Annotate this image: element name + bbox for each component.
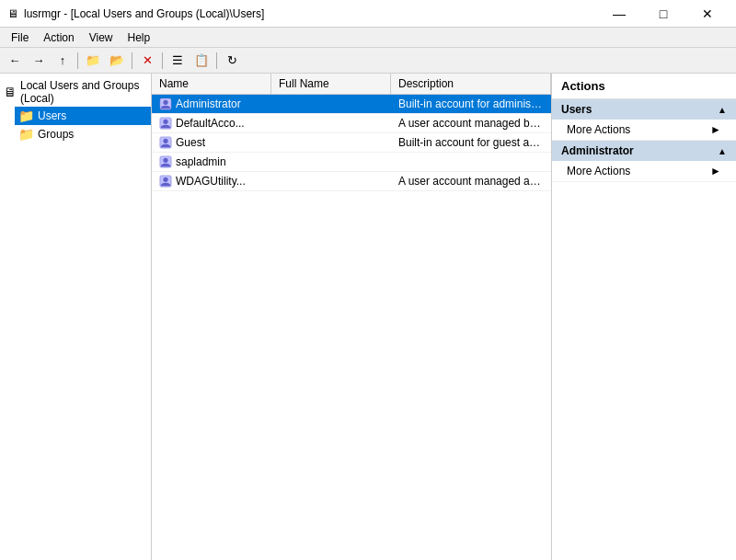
svg-point-9 <box>163 177 167 182</box>
table-row[interactable]: WDAGUtility... A user account managed an… <box>152 172 551 191</box>
toolbar-forward[interactable]: → <box>28 51 50 71</box>
tree-groups-icon: 📁 <box>18 127 34 142</box>
tree-item-users[interactable]: 📁 Users <box>15 107 151 125</box>
actions-item-users-more-label: More Actions <box>567 123 630 136</box>
toolbar-properties[interactable]: ☰ <box>167 51 189 71</box>
maximize-button[interactable]: □ <box>642 0 684 28</box>
cell-desc-2: Built-in account for guest access t... <box>391 133 551 152</box>
table-row[interactable]: sapladmin <box>152 153 551 172</box>
cell-name-1: DefaultAcco... <box>152 114 271 132</box>
toolbar-sep4 <box>216 52 217 69</box>
svg-point-5 <box>163 139 167 143</box>
toolbar-show-hide[interactable]: 📁 <box>82 51 104 71</box>
cell-name-3: sapladmin <box>152 153 271 171</box>
actions-section-admin-label: Administrator <box>561 144 634 157</box>
admin-section-chevron: ▲ <box>718 146 727 156</box>
table-row[interactable]: Administrator Built-in account for admin… <box>152 95 551 114</box>
user-icon-1 <box>159 117 172 130</box>
cell-name-0: Administrator <box>152 95 271 113</box>
toolbar-sep3 <box>162 52 163 69</box>
actions-item-users-more[interactable]: More Actions ► <box>552 120 736 141</box>
tree-groups-label: Groups <box>38 128 74 141</box>
table-row[interactable]: Guest Built-in account for guest access … <box>152 133 551 153</box>
tree-root-icon: 🖥 <box>4 85 17 99</box>
col-header-name[interactable]: Name <box>152 74 271 94</box>
users-section-chevron: ▲ <box>718 105 727 115</box>
actions-title: Actions <box>552 74 736 99</box>
cell-desc-0: Built-in account for administering... <box>391 95 551 113</box>
tree-root[interactable]: 🖥 Local Users and Groups (Local) <box>0 77 151 107</box>
user-icon-0 <box>159 97 172 110</box>
svg-point-1 <box>163 100 167 105</box>
list-header: Name Full Name Description <box>152 74 551 95</box>
actions-section-administrator[interactable]: Administrator ▲ <box>552 141 736 161</box>
menu-action[interactable]: Action <box>36 29 81 46</box>
title-bar-controls: — □ ✕ <box>598 0 729 28</box>
toolbar-refresh[interactable]: ↻ <box>221 51 243 71</box>
cell-fullname-0 <box>271 101 391 107</box>
svg-point-3 <box>163 120 167 124</box>
tree-users-icon: 📁 <box>18 109 34 123</box>
actions-item-admin-more-arrow: ► <box>710 165 721 177</box>
cell-fullname-3 <box>271 159 391 165</box>
col-header-fullname[interactable]: Full Name <box>271 74 391 94</box>
list-panel: Name Full Name Description Administrator… <box>152 74 552 560</box>
tree-panel: 🖥 Local Users and Groups (Local) 📁 Users… <box>0 74 152 560</box>
cell-fullname-2 <box>271 140 391 145</box>
table-row[interactable]: DefaultAcco... A user account managed by… <box>152 114 551 133</box>
user-icon-2 <box>159 136 172 149</box>
toolbar-back[interactable]: ← <box>4 51 26 71</box>
cell-desc-3 <box>391 159 551 165</box>
tree-root-label: Local Users and Groups (Local) <box>20 79 147 105</box>
cell-name-4: WDAGUtility... <box>152 172 271 190</box>
menu-file[interactable]: File <box>4 29 36 46</box>
tree-children: 📁 Users 📁 Groups <box>0 107 151 143</box>
col-header-description[interactable]: Description <box>391 74 551 94</box>
main-layout: 🖥 Local Users and Groups (Local) 📁 Users… <box>0 74 736 560</box>
tree-item-groups[interactable]: 📁 Groups <box>15 125 151 143</box>
menu-help[interactable]: Help <box>121 29 158 46</box>
actions-panel: Actions Users ▲ More Actions ► Administr… <box>552 74 736 560</box>
toolbar: ← → ↑ 📁 📂 ✕ ☰ 📋 ↻ <box>0 48 736 74</box>
close-button[interactable]: ✕ <box>686 0 729 28</box>
toolbar-up[interactable]: ↑ <box>52 51 74 71</box>
app-icon: 🖥 <box>7 7 18 20</box>
cell-name-2: Guest <box>152 133 271 152</box>
cell-fullname-4 <box>271 178 391 184</box>
minimize-button[interactable]: — <box>598 0 640 28</box>
title-bar: 🖥 lusrmgr - [Local Users and Groups (Loc… <box>0 0 736 28</box>
tree-users-label: Users <box>38 109 66 122</box>
cell-fullname-1 <box>271 120 391 126</box>
menu-bar: File Action View Help <box>0 28 736 48</box>
cell-desc-4: A user account managed and use... <box>391 172 551 190</box>
svg-point-7 <box>163 158 167 163</box>
toolbar-delete[interactable]: ✕ <box>136 51 158 71</box>
user-icon-3 <box>159 155 172 168</box>
toolbar-sep1 <box>77 52 78 69</box>
cell-desc-1: A user account managed by the s... <box>391 114 551 132</box>
menu-view[interactable]: View <box>82 29 121 46</box>
actions-item-admin-more[interactable]: More Actions ► <box>552 161 736 182</box>
actions-item-admin-more-label: More Actions <box>567 165 630 177</box>
title-bar-title: lusrmgr - [Local Users and Groups (Local… <box>24 7 264 20</box>
actions-item-users-more-arrow: ► <box>710 123 721 136</box>
toolbar-description[interactable]: 📋 <box>190 51 213 71</box>
actions-section-users[interactable]: Users ▲ <box>552 99 736 120</box>
actions-section-users-label: Users <box>561 103 592 116</box>
toolbar-sep2 <box>132 52 132 69</box>
toolbar-folder2[interactable]: 📂 <box>106 51 128 71</box>
user-icon-4 <box>159 175 172 188</box>
